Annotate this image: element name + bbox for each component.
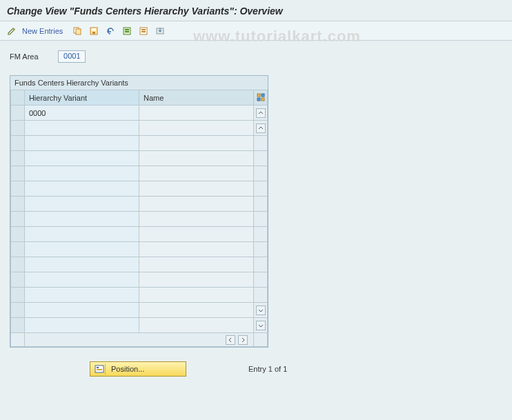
table-row bbox=[11, 272, 268, 288]
table-row bbox=[11, 242, 268, 257]
scroll-track bbox=[254, 227, 268, 242]
table-row bbox=[11, 166, 268, 181]
table-row bbox=[11, 181, 268, 197]
scroll-down-icon[interactable] bbox=[256, 306, 266, 315]
row-selector[interactable] bbox=[11, 318, 25, 333]
row-selector[interactable] bbox=[11, 166, 25, 181]
panel-caption: Funds Centers Hierarchy Variants bbox=[10, 76, 268, 90]
svg-rect-7 bbox=[125, 31, 129, 32]
select-all-column-header[interactable] bbox=[11, 90, 25, 106]
svg-rect-14 bbox=[257, 98, 260, 101]
svg-rect-13 bbox=[262, 94, 264, 97]
scroll-left-icon[interactable] bbox=[226, 335, 235, 345]
scroll-track bbox=[254, 197, 268, 212]
cell-hierarchy-variant[interactable] bbox=[24, 303, 139, 318]
table-row bbox=[11, 257, 268, 272]
svg-rect-10 bbox=[141, 31, 146, 32]
cell-name[interactable] bbox=[139, 121, 253, 136]
row-selector[interactable] bbox=[11, 181, 25, 197]
scroll-up-icon[interactable] bbox=[256, 123, 266, 133]
row-selector[interactable] bbox=[11, 227, 25, 242]
row-selector[interactable] bbox=[11, 272, 25, 288]
table-settings-icon[interactable] bbox=[254, 90, 268, 106]
new-entries-button[interactable]: New Entries bbox=[22, 27, 67, 35]
cell-name[interactable] bbox=[139, 197, 253, 212]
row-selector[interactable] bbox=[11, 212, 25, 227]
svg-rect-18 bbox=[97, 369, 102, 370]
toolbar: New Entries bbox=[0, 21, 512, 41]
col-hierarchy-variant[interactable]: Hierarchy Variant bbox=[24, 90, 139, 106]
cell-hierarchy-variant[interactable] bbox=[24, 151, 139, 166]
col-name[interactable]: Name bbox=[139, 90, 253, 106]
cell-hierarchy-variant[interactable] bbox=[24, 242, 139, 257]
row-selector[interactable] bbox=[11, 106, 25, 121]
cell-hierarchy-variant[interactable] bbox=[24, 288, 139, 303]
row-selector[interactable] bbox=[11, 303, 25, 318]
cell-hierarchy-variant[interactable] bbox=[24, 197, 139, 212]
entry-count-label: Entry 1 of 1 bbox=[248, 365, 287, 373]
cell-name[interactable] bbox=[139, 318, 253, 333]
cell-name[interactable] bbox=[139, 151, 253, 166]
row-selector[interactable] bbox=[11, 197, 25, 212]
change-icon[interactable] bbox=[6, 25, 18, 37]
scroll-right-icon[interactable] bbox=[238, 335, 248, 345]
scroll-track bbox=[254, 288, 268, 303]
cell-hierarchy-variant[interactable] bbox=[24, 257, 139, 272]
cell-name[interactable] bbox=[139, 288, 253, 303]
scroll-track bbox=[254, 272, 268, 288]
cell-name[interactable] bbox=[139, 106, 253, 121]
deselect-all-icon[interactable] bbox=[137, 25, 150, 37]
row-selector[interactable] bbox=[11, 242, 25, 257]
svg-rect-17 bbox=[97, 367, 99, 368]
table-row bbox=[11, 121, 268, 136]
row-selector[interactable] bbox=[11, 121, 25, 136]
svg-rect-3 bbox=[92, 28, 96, 30]
fm-area-field[interactable]: 0001 bbox=[58, 50, 86, 63]
cell-name[interactable] bbox=[139, 303, 253, 318]
cell-name[interactable] bbox=[139, 257, 253, 272]
page-title: Change View "Funds Centers Hierarchy Var… bbox=[0, 0, 512, 21]
cell-hierarchy-variant[interactable] bbox=[24, 272, 139, 288]
cell-hierarchy-variant[interactable] bbox=[24, 318, 139, 333]
table-row bbox=[11, 318, 268, 333]
fm-area-label: FM Area bbox=[10, 52, 39, 61]
cell-hierarchy-variant[interactable] bbox=[24, 121, 139, 136]
position-button[interactable]: Position... bbox=[90, 361, 186, 377]
cell-name[interactable] bbox=[139, 181, 253, 197]
cell-hierarchy-variant[interactable] bbox=[24, 136, 139, 151]
cell-hierarchy-variant[interactable] bbox=[24, 181, 139, 197]
table-row bbox=[11, 227, 268, 242]
cell-hierarchy-variant[interactable] bbox=[24, 227, 139, 242]
row-selector[interactable] bbox=[11, 136, 25, 151]
svg-rect-15 bbox=[262, 98, 264, 101]
cell-name[interactable] bbox=[139, 166, 253, 181]
horizontal-scrollbar-row bbox=[11, 333, 268, 347]
scroll-up-icon[interactable] bbox=[256, 108, 266, 118]
scroll-track bbox=[254, 257, 268, 272]
import-icon[interactable] bbox=[154, 25, 166, 37]
footer-bar: Position... Entry 1 of 1 bbox=[0, 348, 512, 377]
scroll-down-icon[interactable] bbox=[256, 321, 266, 330]
row-selector[interactable] bbox=[11, 151, 25, 166]
row-selector[interactable] bbox=[11, 257, 25, 272]
cell-hierarchy-variant[interactable] bbox=[24, 212, 139, 227]
variants-panel: Funds Centers Hierarchy Variants Hierarc… bbox=[10, 75, 268, 348]
fm-area-row: FM Area 0001 bbox=[0, 41, 512, 75]
scroll-track bbox=[254, 151, 268, 166]
cell-name[interactable] bbox=[139, 227, 253, 242]
save-icon[interactable] bbox=[88, 25, 100, 37]
cell-hierarchy-variant[interactable]: 0000 bbox=[24, 106, 139, 121]
table-row bbox=[11, 151, 268, 166]
svg-rect-12 bbox=[257, 94, 260, 97]
undo-icon[interactable] bbox=[104, 25, 117, 37]
select-all-icon[interactable] bbox=[121, 25, 133, 37]
row-selector[interactable] bbox=[11, 288, 25, 303]
cell-name[interactable] bbox=[139, 242, 253, 257]
scroll-track bbox=[254, 136, 268, 151]
svg-rect-6 bbox=[125, 29, 129, 30]
cell-name[interactable] bbox=[139, 136, 253, 151]
cell-name[interactable] bbox=[139, 272, 253, 288]
copy-icon[interactable] bbox=[71, 25, 83, 37]
cell-name[interactable] bbox=[139, 212, 253, 227]
cell-hierarchy-variant[interactable] bbox=[24, 166, 139, 181]
